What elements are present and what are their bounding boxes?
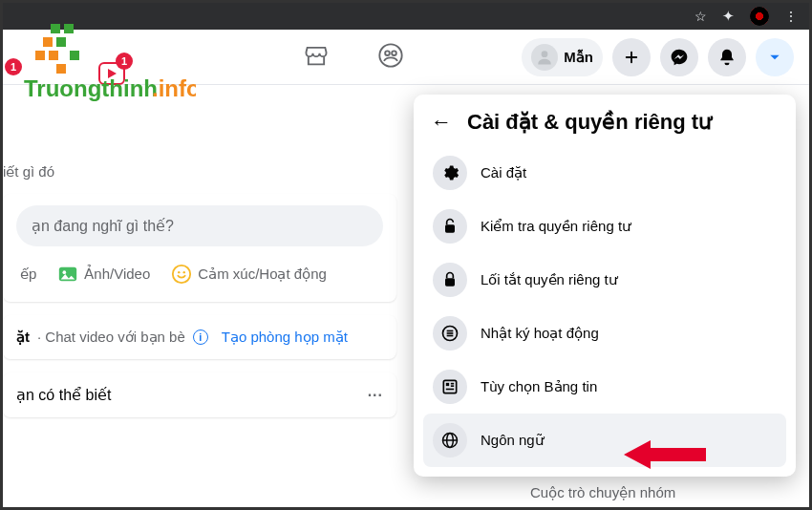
svg-rect-25 [443,380,456,393]
notifications-button[interactable] [708,38,746,76]
bookmark-star-icon[interactable]: ☆ [694,9,707,24]
account-menu-button[interactable] [756,38,794,76]
menu-label: Lối tắt quyền riêng tư [481,271,618,288]
composer-input[interactable]: ạn đang nghĩ gì thế? [16,205,383,246]
menu-item-privacy-shortcuts[interactable]: Lối tắt quyền riêng tư [423,253,786,307]
story-sub: iết gì đó [3,154,396,194]
messenger-button[interactable] [660,38,698,76]
menu-label: Cài đặt [481,164,526,181]
notification-badge: 1 [5,58,22,75]
svg-marker-33 [624,440,706,469]
svg-point-0 [379,44,401,66]
browser-bar: ☆ ✦ ⋮ [3,3,809,30]
menu-item-settings[interactable]: Cài đặt [423,146,786,200]
watch-icon-wrap[interactable]: 1 [98,62,125,89]
svg-rect-19 [445,224,455,232]
rooms-title: ặt [16,329,30,346]
annotation-arrow-icon [624,436,710,473]
avatar-icon [531,44,558,71]
menu-item-language[interactable]: Ngôn ngữ [423,414,786,467]
settings-dropdown: ← Cài đặt & quyền riêng tư Cài đặt Kiểm … [414,95,796,477]
menu-label: Kiểm tra quyền riêng tư [481,218,631,235]
svg-point-15 [63,270,67,274]
lock-icon [433,263,467,297]
svg-point-3 [542,51,548,57]
create-room-link[interactable]: Tạo phòng họp mặt [222,329,348,346]
pymk-title: ạn có thể biết [16,386,111,404]
extensions-icon[interactable]: ✦ [722,8,735,25]
menu-label: Ngôn ngữ [481,432,545,449]
browser-profile-avatar[interactable] [750,7,769,26]
composer-live-label: ếp [20,266,36,283]
svg-point-2 [392,51,396,55]
profile-chip[interactable]: Mẫn [522,38,603,76]
composer-photo-label: Ảnh/Video [84,266,150,283]
svg-point-17 [178,271,180,273]
gear-icon [433,156,467,190]
pymk-more-icon[interactable]: ··· [368,387,383,404]
composer-feeling-label: Cảm xúc/Hoạt động [198,266,327,283]
profile-name: Mẫn [564,49,593,66]
composer-photo[interactable]: Ảnh/Video [53,258,154,290]
dropdown-title: Cài đặt & quyền riêng tư [467,110,712,135]
svg-point-1 [385,51,390,55]
watch-badge: 1 [116,53,133,70]
svg-point-16 [173,266,190,283]
smile-icon [171,264,192,285]
feed-column: iết gì đó ạn đang nghĩ gì thế? ếp Ảnh/Vi… [3,85,414,417]
create-button[interactable] [612,38,651,76]
pymk-card: ạn có thể biết ··· [3,372,396,417]
composer-card: ạn đang nghĩ gì thế? ếp Ảnh/Video Cảm xú… [3,194,396,302]
back-icon[interactable]: ← [431,110,452,135]
svg-rect-20 [445,278,455,286]
globe-icon [433,423,467,457]
rooms-sub: · Chat video với bạn bè [37,329,185,346]
info-icon[interactable]: i [193,329,208,345]
photo-icon [57,264,78,285]
composer-feeling[interactable]: Cảm xúc/Hoạt động [167,258,331,290]
composer-live[interactable]: ếp [16,258,40,290]
rooms-card: ặt · Chat video với bạn bè i Tạo phòng h… [3,315,396,359]
group-chat-label: Cuộc trò chuyện nhóm [530,484,675,501]
menu-item-activity-log[interactable]: Nhật ký hoạt động [423,307,786,360]
groups-icon[interactable] [377,42,404,73]
browser-menu-icon[interactable]: ⋮ [784,9,798,24]
svg-rect-26 [446,383,449,386]
menu-label: Nhật ký hoạt động [481,325,599,342]
svg-point-18 [183,271,185,273]
list-icon [433,316,467,351]
lock-open-icon [433,209,467,244]
menu-label: Tùy chọn Bảng tin [481,378,597,395]
menu-item-privacy-checkup[interactable]: Kiểm tra quyền riêng tư [423,200,786,253]
feed-icon [433,370,467,404]
marketplace-icon[interactable] [303,42,330,73]
menu-item-newsfeed-prefs[interactable]: Tùy chọn Bảng tin [423,360,786,414]
